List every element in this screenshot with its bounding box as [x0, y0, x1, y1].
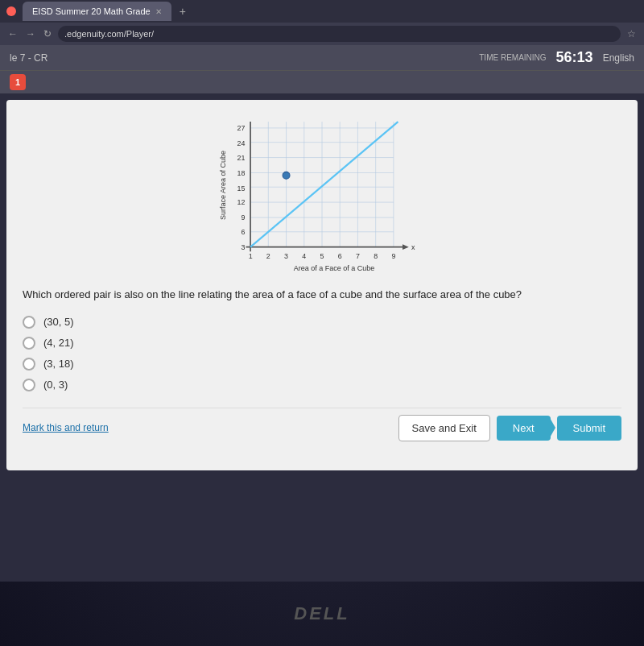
svg-text:8: 8: [374, 252, 378, 260]
radio-a[interactable]: [23, 316, 35, 329]
svg-text:27: 27: [237, 124, 246, 132]
svg-text:21: 21: [237, 154, 246, 162]
question-header-bar: 1: [0, 71, 644, 93]
address-text: .edgenuity.com/Player/: [64, 29, 154, 39]
answer-label-b: (4, 21): [43, 337, 74, 349]
radio-c[interactable]: [23, 358, 35, 371]
svg-text:9: 9: [391, 252, 395, 260]
tab-bar: EISD Summer 20 Math Grade ✕ +: [0, 0, 644, 23]
reload-icon[interactable]: ↻: [42, 27, 53, 41]
svg-text:15: 15: [237, 184, 246, 193]
svg-text:2: 2: [266, 252, 270, 260]
graph-container: 1 2 3 4 5 6 7 8 9 x 3 6 9 12 15 18: [23, 113, 621, 274]
browser-chrome: EISD Summer 20 Math Grade ✕ + ← → ↻ .edg…: [0, 0, 644, 45]
footer-bar: Mark this and return Save and Exit Next …: [23, 408, 621, 441]
back-icon[interactable]: ←: [6, 27, 19, 41]
radio-d[interactable]: [23, 379, 35, 391]
screen-area: EISD Summer 20 Math Grade ✕ + ← → ↻ .edg…: [0, 0, 644, 582]
dell-logo: DELL: [294, 603, 349, 624]
app-header: le 7 - CR TIME REMAINING 56:13 English: [0, 45, 644, 71]
svg-text:6: 6: [338, 252, 342, 260]
svg-text:24: 24: [237, 139, 246, 147]
save-exit-button[interactable]: Save and Exit: [398, 415, 490, 441]
svg-text:3: 3: [242, 243, 246, 251]
header-right: TIME REMAINING 56:13 English: [479, 49, 634, 66]
y-axis-label: Surface Area of Cube: [217, 113, 229, 258]
next-button[interactable]: Next: [497, 416, 551, 441]
timer-label: TIME REMAINING: [479, 53, 546, 62]
svg-text:9: 9: [242, 213, 246, 222]
tab-label: EISD Summer 20 Math Grade: [32, 6, 151, 16]
submit-button[interactable]: Submit: [557, 416, 621, 441]
svg-text:4: 4: [302, 252, 306, 260]
svg-text:x: x: [411, 243, 415, 251]
header-left: le 7 - CR: [10, 52, 47, 64]
forward-icon[interactable]: →: [24, 27, 37, 41]
address-bar-row: ← → ↻ .edgenuity.com/Player/ ☆: [0, 23, 644, 45]
lesson-label: le 7 - CR: [10, 52, 47, 64]
radio-b[interactable]: [23, 337, 35, 350]
svg-text:6: 6: [242, 228, 246, 236]
new-tab-button[interactable]: +: [175, 3, 191, 19]
svg-text:1: 1: [249, 252, 253, 260]
content-area: 1 2 3 4 5 6 7 8 9 x 3 6 9 12 15 18: [6, 100, 638, 470]
svg-point-41: [283, 172, 290, 179]
tab-close-icon[interactable]: ✕: [155, 7, 162, 16]
svg-text:7: 7: [356, 252, 360, 260]
answer-choice-c[interactable]: (3, 18): [23, 358, 621, 371]
answer-choice-a[interactable]: (30, 5): [23, 316, 621, 329]
question-number-badge: 1: [10, 74, 26, 90]
star-icon[interactable]: ☆: [625, 27, 638, 41]
svg-text:3: 3: [284, 252, 288, 260]
answer-choice-b[interactable]: (4, 21): [23, 337, 621, 350]
answer-label-c: (3, 18): [43, 358, 74, 370]
mark-return-link[interactable]: Mark this and return: [23, 422, 109, 433]
graph-svg: 1 2 3 4 5 6 7 8 9 x 3 6 9 12 15 18: [217, 113, 427, 274]
svg-text:18: 18: [237, 169, 246, 177]
footer-buttons: Save and Exit Next Submit: [398, 415, 621, 441]
svg-text:5: 5: [320, 252, 324, 260]
dell-logo-area: DELL: [0, 590, 644, 638]
address-bar[interactable]: .edgenuity.com/Player/: [58, 26, 621, 42]
answer-label-a: (30, 5): [43, 316, 74, 328]
graph-wrapper: 1 2 3 4 5 6 7 8 9 x 3 6 9 12 15 18: [217, 113, 427, 274]
answer-label-d: (0, 3): [43, 379, 68, 391]
timer-display: 56:13: [556, 49, 593, 66]
answer-choice-d[interactable]: (0, 3): [23, 379, 621, 391]
window-close-icon[interactable]: [6, 6, 16, 16]
question-text: Which ordered pair is also on the line r…: [23, 287, 621, 303]
svg-marker-20: [402, 244, 409, 250]
active-tab[interactable]: EISD Summer 20 Math Grade ✕: [23, 2, 171, 21]
x-axis-label: Area of a Face of a Cube: [242, 264, 427, 272]
english-button[interactable]: English: [603, 52, 634, 64]
answer-choices: (30, 5) (4, 21) (3, 18) (0, 3): [23, 316, 621, 391]
svg-text:12: 12: [237, 198, 246, 206]
svg-line-40: [250, 122, 398, 247]
